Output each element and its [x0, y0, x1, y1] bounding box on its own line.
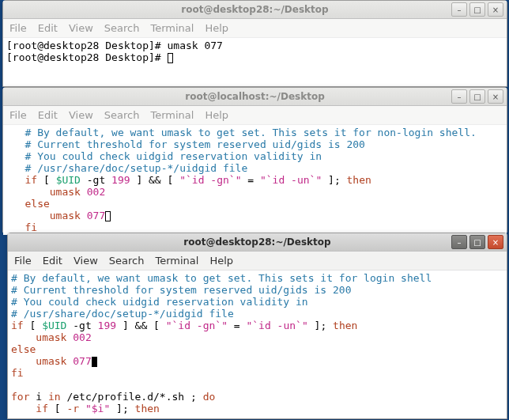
titlebar[interactable]: root@desktop28:~/Desktop – □ × [3, 1, 507, 19]
code-text: ] && [ [116, 320, 166, 331]
code-keyword: else [11, 343, 36, 355]
code-comment: # You could check uidgid reservation val… [6, 150, 322, 162]
code-keyword: else [6, 198, 50, 210]
code-keyword: if [11, 320, 24, 331]
terminal-area[interactable]: # By default, we want umask to get set. … [3, 125, 507, 235]
code-keyword: then [333, 320, 357, 331]
window-title: root@desktop28:~/Desktop [8, 236, 507, 248]
menu-edit[interactable]: Edit [43, 255, 62, 267]
code-number: 002 [87, 186, 105, 198]
code-comment: # By default, we want umask to get set. … [6, 127, 477, 138]
maximize-icon[interactable]: □ [469, 89, 485, 104]
prompt: [root@desktop28 Desktop]# [6, 51, 168, 63]
code-keyword: in [48, 391, 61, 403]
code-text: = [241, 174, 259, 186]
menu-edit[interactable]: Edit [38, 109, 58, 121]
code-keyword: then [347, 174, 371, 186]
window-controls: – □ × [451, 2, 503, 17]
menu-view[interactable]: View [69, 109, 93, 121]
code-text: ]; [308, 320, 333, 331]
code-keyword: umask [36, 355, 73, 367]
code-text: [ [48, 403, 66, 414]
menu-view[interactable]: View [69, 22, 93, 34]
terminal-window-1: root@desktop28:~/Desktop – □ × File Edit… [2, 0, 507, 87]
code-keyword: umask [50, 186, 87, 198]
menu-search[interactable]: Search [104, 109, 140, 121]
code-keyword: -r [66, 403, 79, 414]
code-keyword: umask [36, 331, 73, 343]
code-text [11, 331, 36, 343]
code-keyword: then [135, 403, 160, 414]
code-text: ]; [110, 403, 134, 414]
minimize-icon[interactable]: – [451, 2, 467, 17]
menu-help[interactable]: Help [209, 255, 233, 267]
code-keyword: for [11, 391, 29, 403]
menu-help[interactable]: Help [205, 22, 228, 34]
code-text: i [29, 391, 47, 403]
code-comment: # Current threshold for system reserved … [6, 138, 365, 150]
maximize-icon[interactable]: □ [469, 2, 485, 17]
menu-help[interactable]: Help [205, 109, 228, 121]
code-number: 199 [98, 320, 116, 331]
menubar: File Edit View Search Terminal Help [3, 19, 507, 38]
close-icon[interactable]: × [488, 235, 503, 249]
code-number: 199 [111, 174, 130, 186]
maximize-icon[interactable]: □ [469, 235, 485, 249]
menubar: File Edit View Search Terminal Help [8, 252, 507, 271]
minimize-icon[interactable]: – [451, 235, 467, 249]
code-text [6, 210, 50, 221]
window-controls: – □ × [451, 235, 503, 249]
code-text: = [228, 320, 246, 331]
code-text: -gt [66, 320, 97, 331]
code-text: /etc/profile.d/*.sh ; [61, 391, 203, 403]
code-variable: $UID [42, 320, 66, 331]
code-keyword: do [203, 391, 216, 403]
menu-file[interactable]: File [9, 109, 27, 121]
window-title: root@desktop28:~/Desktop [3, 4, 507, 15]
close-icon[interactable]: × [488, 89, 503, 104]
code-number: 077 [87, 210, 105, 221]
code-text: [ [24, 320, 42, 331]
command-text: umask 077 [168, 40, 223, 51]
code-string: "`id -gn`" [166, 320, 228, 331]
code-text [79, 403, 85, 414]
code-keyword: if [11, 403, 48, 414]
close-icon[interactable]: × [488, 2, 503, 17]
code-string: "`id -un`" [246, 320, 307, 331]
menu-terminal[interactable]: Terminal [150, 109, 194, 121]
menu-file[interactable]: File [9, 22, 27, 34]
code-keyword: if [6, 174, 37, 186]
menu-terminal[interactable]: Terminal [155, 255, 198, 267]
terminal-window-2: root@localhost:~/Desktop – □ × File Edit… [2, 87, 507, 233]
code-keyword: fi [6, 221, 37, 233]
code-text: ] && [ [130, 174, 180, 186]
menu-search[interactable]: Search [104, 22, 140, 34]
code-comment: # By default, we want umask to get set. … [11, 272, 432, 284]
prompt: [root@desktop28 Desktop]# [6, 40, 168, 51]
menu-file[interactable]: File [14, 255, 32, 267]
window-controls: – □ × [451, 89, 503, 104]
cursor-icon [105, 211, 111, 221]
terminal-area[interactable]: [root@desktop28 Desktop]# umask 077 [roo… [3, 38, 507, 65]
titlebar[interactable]: root@localhost:~/Desktop – □ × [3, 88, 507, 106]
code-comment: # /usr/share/doc/setup-*/uidgid file [6, 162, 247, 174]
terminal-area[interactable]: # By default, we want umask to get set. … [8, 271, 507, 416]
cursor-icon [168, 53, 173, 63]
code-number: 077 [73, 355, 91, 367]
titlebar[interactable]: root@desktop28:~/Desktop – □ × [8, 233, 507, 252]
code-number: 002 [73, 331, 91, 343]
menu-terminal[interactable]: Terminal [150, 22, 194, 34]
terminal-window-3: root@desktop28:~/Desktop – □ × File Edit… [7, 233, 507, 419]
code-text: [ [37, 174, 55, 186]
window-title: root@localhost:~/Desktop [3, 91, 507, 102]
code-comment: # /usr/share/doc/setup-*/uidgid file [11, 308, 234, 320]
code-string: "$i" [85, 403, 110, 414]
code-variable: $UID [56, 174, 81, 186]
minimize-icon[interactable]: – [451, 89, 467, 104]
menu-search[interactable]: Search [109, 255, 145, 267]
code-string: "`id -un`" [260, 174, 322, 186]
menu-edit[interactable]: Edit [38, 22, 58, 34]
code-string: "`id -gn`" [179, 174, 241, 186]
code-comment: # Current threshold for system reserved … [11, 284, 351, 296]
menu-view[interactable]: View [74, 255, 98, 267]
